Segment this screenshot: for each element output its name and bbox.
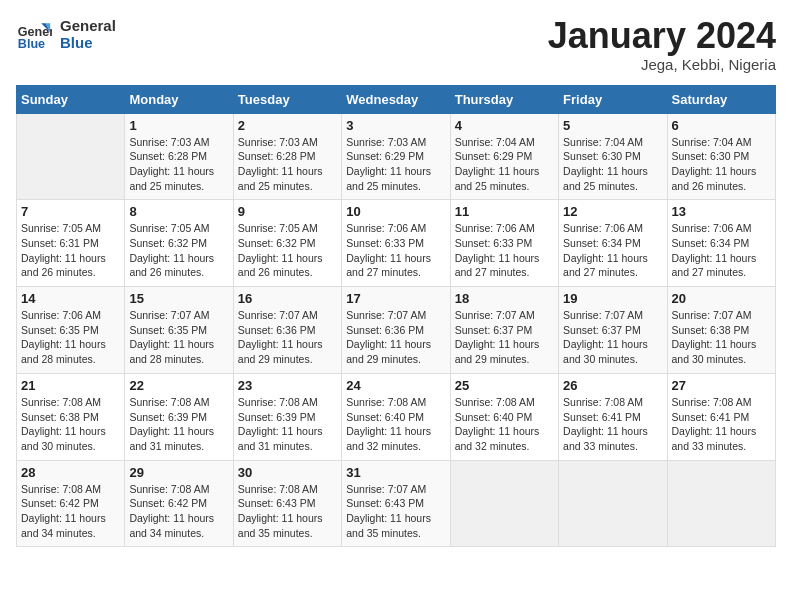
calendar-cell: 12Sunrise: 7:06 AM Sunset: 6:34 PM Dayli… [559,200,667,287]
day-number: 27 [672,378,771,393]
day-info: Sunrise: 7:06 AM Sunset: 6:33 PM Dayligh… [455,221,554,280]
day-info: Sunrise: 7:08 AM Sunset: 6:41 PM Dayligh… [563,395,662,454]
calendar-cell: 10Sunrise: 7:06 AM Sunset: 6:33 PM Dayli… [342,200,450,287]
day-number: 17 [346,291,445,306]
day-number: 24 [346,378,445,393]
calendar-cell: 19Sunrise: 7:07 AM Sunset: 6:37 PM Dayli… [559,287,667,374]
calendar-cell: 18Sunrise: 7:07 AM Sunset: 6:37 PM Dayli… [450,287,558,374]
day-number: 15 [129,291,228,306]
calendar-cell: 3Sunrise: 7:03 AM Sunset: 6:29 PM Daylig… [342,113,450,200]
day-number: 8 [129,204,228,219]
day-info: Sunrise: 7:08 AM Sunset: 6:39 PM Dayligh… [238,395,337,454]
calendar-cell: 8Sunrise: 7:05 AM Sunset: 6:32 PM Daylig… [125,200,233,287]
logo-icon: General Blue [16,16,52,52]
calendar-cell: 26Sunrise: 7:08 AM Sunset: 6:41 PM Dayli… [559,373,667,460]
day-info: Sunrise: 7:08 AM Sunset: 6:40 PM Dayligh… [346,395,445,454]
calendar-cell: 7Sunrise: 7:05 AM Sunset: 6:31 PM Daylig… [17,200,125,287]
calendar-cell: 14Sunrise: 7:06 AM Sunset: 6:35 PM Dayli… [17,287,125,374]
day-info: Sunrise: 7:08 AM Sunset: 6:39 PM Dayligh… [129,395,228,454]
calendar-cell: 20Sunrise: 7:07 AM Sunset: 6:38 PM Dayli… [667,287,775,374]
calendar-cell: 31Sunrise: 7:07 AM Sunset: 6:43 PM Dayli… [342,460,450,547]
calendar-week-row: 28Sunrise: 7:08 AM Sunset: 6:42 PM Dayli… [17,460,776,547]
day-info: Sunrise: 7:08 AM Sunset: 6:42 PM Dayligh… [21,482,120,541]
calendar-cell: 13Sunrise: 7:06 AM Sunset: 6:34 PM Dayli… [667,200,775,287]
day-info: Sunrise: 7:08 AM Sunset: 6:41 PM Dayligh… [672,395,771,454]
day-number: 29 [129,465,228,480]
calendar-cell [667,460,775,547]
calendar-cell: 21Sunrise: 7:08 AM Sunset: 6:38 PM Dayli… [17,373,125,460]
day-info: Sunrise: 7:04 AM Sunset: 6:30 PM Dayligh… [672,135,771,194]
day-number: 16 [238,291,337,306]
calendar-cell: 30Sunrise: 7:08 AM Sunset: 6:43 PM Dayli… [233,460,341,547]
day-info: Sunrise: 7:06 AM Sunset: 6:34 PM Dayligh… [672,221,771,280]
day-number: 11 [455,204,554,219]
day-number: 20 [672,291,771,306]
calendar-week-row: 14Sunrise: 7:06 AM Sunset: 6:35 PM Dayli… [17,287,776,374]
day-info: Sunrise: 7:04 AM Sunset: 6:30 PM Dayligh… [563,135,662,194]
day-info: Sunrise: 7:08 AM Sunset: 6:42 PM Dayligh… [129,482,228,541]
day-number: 21 [21,378,120,393]
calendar-cell: 27Sunrise: 7:08 AM Sunset: 6:41 PM Dayli… [667,373,775,460]
day-info: Sunrise: 7:07 AM Sunset: 6:35 PM Dayligh… [129,308,228,367]
day-number: 1 [129,118,228,133]
calendar-cell [17,113,125,200]
calendar-cell: 25Sunrise: 7:08 AM Sunset: 6:40 PM Dayli… [450,373,558,460]
logo-blue: Blue [60,34,116,51]
weekday-header: Saturday [667,85,775,113]
day-number: 19 [563,291,662,306]
day-number: 30 [238,465,337,480]
weekday-header: Sunday [17,85,125,113]
day-info: Sunrise: 7:08 AM Sunset: 6:43 PM Dayligh… [238,482,337,541]
day-number: 4 [455,118,554,133]
calendar-week-row: 7Sunrise: 7:05 AM Sunset: 6:31 PM Daylig… [17,200,776,287]
day-number: 14 [21,291,120,306]
calendar-cell: 4Sunrise: 7:04 AM Sunset: 6:29 PM Daylig… [450,113,558,200]
day-info: Sunrise: 7:03 AM Sunset: 6:28 PM Dayligh… [238,135,337,194]
day-info: Sunrise: 7:06 AM Sunset: 6:35 PM Dayligh… [21,308,120,367]
day-number: 2 [238,118,337,133]
day-info: Sunrise: 7:08 AM Sunset: 6:40 PM Dayligh… [455,395,554,454]
svg-text:Blue: Blue [18,37,45,51]
day-number: 13 [672,204,771,219]
calendar-cell: 5Sunrise: 7:04 AM Sunset: 6:30 PM Daylig… [559,113,667,200]
day-info: Sunrise: 7:03 AM Sunset: 6:29 PM Dayligh… [346,135,445,194]
calendar-week-row: 21Sunrise: 7:08 AM Sunset: 6:38 PM Dayli… [17,373,776,460]
logo: General Blue General Blue [16,16,116,52]
weekday-header-row: SundayMondayTuesdayWednesdayThursdayFrid… [17,85,776,113]
day-info: Sunrise: 7:07 AM Sunset: 6:38 PM Dayligh… [672,308,771,367]
calendar-cell: 2Sunrise: 7:03 AM Sunset: 6:28 PM Daylig… [233,113,341,200]
weekday-header: Wednesday [342,85,450,113]
day-info: Sunrise: 7:07 AM Sunset: 6:36 PM Dayligh… [238,308,337,367]
day-info: Sunrise: 7:07 AM Sunset: 6:36 PM Dayligh… [346,308,445,367]
calendar-cell: 16Sunrise: 7:07 AM Sunset: 6:36 PM Dayli… [233,287,341,374]
calendar-cell: 1Sunrise: 7:03 AM Sunset: 6:28 PM Daylig… [125,113,233,200]
day-number: 22 [129,378,228,393]
calendar-cell: 11Sunrise: 7:06 AM Sunset: 6:33 PM Dayli… [450,200,558,287]
calendar-cell: 24Sunrise: 7:08 AM Sunset: 6:40 PM Dayli… [342,373,450,460]
day-info: Sunrise: 7:03 AM Sunset: 6:28 PM Dayligh… [129,135,228,194]
day-info: Sunrise: 7:05 AM Sunset: 6:32 PM Dayligh… [238,221,337,280]
calendar-title: January 2024 [548,16,776,56]
day-number: 25 [455,378,554,393]
day-number: 23 [238,378,337,393]
calendar-cell: 17Sunrise: 7:07 AM Sunset: 6:36 PM Dayli… [342,287,450,374]
day-number: 12 [563,204,662,219]
day-info: Sunrise: 7:07 AM Sunset: 6:37 PM Dayligh… [455,308,554,367]
day-number: 7 [21,204,120,219]
day-number: 31 [346,465,445,480]
day-number: 28 [21,465,120,480]
day-info: Sunrise: 7:05 AM Sunset: 6:31 PM Dayligh… [21,221,120,280]
calendar-cell: 23Sunrise: 7:08 AM Sunset: 6:39 PM Dayli… [233,373,341,460]
calendar-cell: 22Sunrise: 7:08 AM Sunset: 6:39 PM Dayli… [125,373,233,460]
weekday-header: Friday [559,85,667,113]
title-block: January 2024 Jega, Kebbi, Nigeria [548,16,776,73]
day-info: Sunrise: 7:05 AM Sunset: 6:32 PM Dayligh… [129,221,228,280]
weekday-header: Monday [125,85,233,113]
day-number: 18 [455,291,554,306]
calendar-cell: 28Sunrise: 7:08 AM Sunset: 6:42 PM Dayli… [17,460,125,547]
calendar-cell [559,460,667,547]
calendar-subtitle: Jega, Kebbi, Nigeria [548,56,776,73]
weekday-header: Thursday [450,85,558,113]
calendar-cell: 29Sunrise: 7:08 AM Sunset: 6:42 PM Dayli… [125,460,233,547]
day-number: 5 [563,118,662,133]
